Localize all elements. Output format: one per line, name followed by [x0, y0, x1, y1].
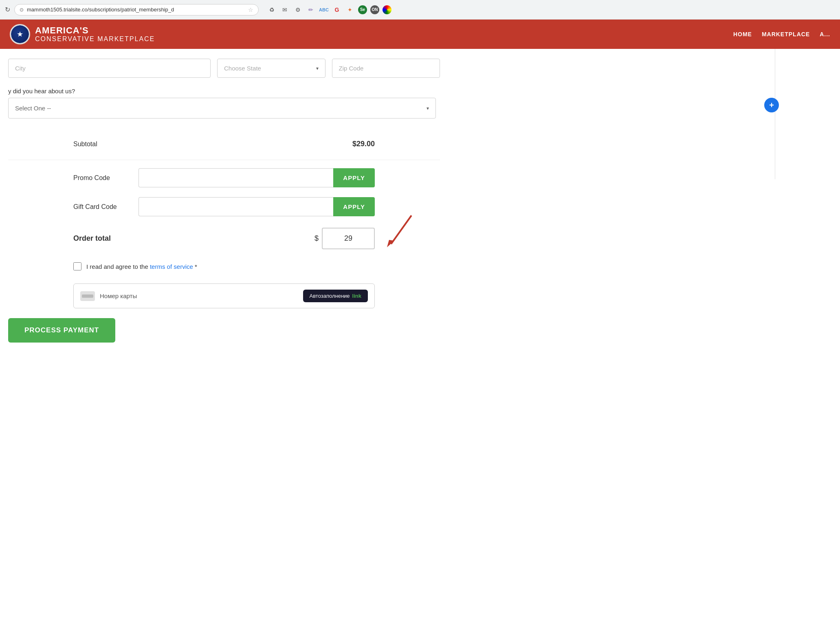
terms-checkbox[interactable] — [73, 262, 81, 270]
zip-input[interactable] — [332, 59, 440, 78]
main-content: + Choose State ▾ y did you hear about us… — [0, 49, 840, 362]
svg-marker-1 — [387, 240, 394, 247]
site-title-sub: CONSERVATIVE MARKETPLACE — [35, 35, 155, 43]
divider-1 — [8, 160, 440, 160]
settings-icon[interactable]: ⚙ — [293, 5, 303, 15]
terms-row: I read and agree to the terms of service… — [73, 256, 375, 277]
state-placeholder: Choose State — [224, 65, 261, 72]
hear-chevron-icon: ▾ — [427, 105, 429, 111]
pencil-ext-icon[interactable]: ✏ — [306, 5, 316, 15]
toggle-ext-icon[interactable]: ON — [370, 5, 379, 14]
terms-link[interactable]: terms of service — [150, 263, 193, 270]
recycle-icon[interactable]: ♻ — [267, 5, 277, 15]
security-icon: ⊙ — [20, 7, 24, 13]
card-field-wrap[interactable]: Номер карты Автозаполнение link — [73, 283, 375, 308]
terms-text: I read and agree to the terms of service… — [86, 263, 197, 270]
gift-card-label: Gift Card Code — [73, 203, 139, 211]
terms-asterisk: * — [195, 263, 197, 270]
hear-label: y did you hear about us? — [8, 88, 440, 94]
browser-toolbar: ♻ ✉ ⚙ ✏ ABC G ✦ Se ON — [267, 5, 391, 15]
order-summary: Subtotal $29.00 Promo Code APPLY Gift Ca… — [0, 132, 448, 308]
nav-links: HOME MARKETPLACE A... — [733, 31, 830, 37]
refresh-icon[interactable]: ↻ — [5, 6, 10, 13]
card-stripe — [82, 294, 93, 298]
address-bar[interactable]: ⊙ ☆ — [14, 4, 259, 15]
logo-circle: ★ — [10, 24, 30, 44]
form-section: Choose State ▾ y did you hear about us? … — [0, 49, 448, 362]
card-icon — [80, 291, 95, 301]
chevron-down-icon: ▾ — [316, 66, 319, 71]
city-input[interactable] — [8, 59, 211, 78]
terms-prefix: I read and agree to the — [86, 263, 148, 270]
site-title-main: AMERICA'S — [35, 26, 155, 35]
gift-card-input-wrap: APPLY — [139, 197, 375, 216]
state-select[interactable]: Choose State ▾ — [217, 59, 325, 78]
spellcheck-ext-icon[interactable]: ABC — [319, 5, 329, 15]
browser-chrome: ↻ ⊙ ☆ ♻ ✉ ⚙ ✏ ABC G ✦ Se ON — [0, 0, 840, 20]
grammarly-ext-icon[interactable]: G — [332, 5, 342, 15]
autofill-label: Автозаполнение — [310, 293, 350, 299]
order-total-label: Order total — [73, 234, 139, 243]
promo-input-wrap: APPLY — [139, 168, 375, 187]
blue-plus-button[interactable]: + — [764, 98, 779, 112]
autofill-link[interactable]: link — [352, 293, 361, 299]
dollar-sign: $ — [314, 234, 319, 243]
autofill-button[interactable]: Автозаполнение link — [303, 290, 368, 302]
address-row: Choose State ▾ — [0, 59, 448, 78]
site-title: AMERICA'S CONSERVATIVE MARKETPLACE — [35, 26, 155, 43]
hear-placeholder: Select One -- — [15, 105, 51, 112]
promo-input[interactable] — [139, 168, 333, 187]
nav-home[interactable]: HOME — [733, 31, 752, 37]
svg-line-0 — [391, 215, 411, 244]
card-left: Номер карты — [80, 291, 137, 301]
logo-inner: ★ — [11, 25, 29, 43]
hear-section: y did you hear about us? Select One -- ▾ — [0, 88, 448, 119]
right-panel — [775, 49, 840, 179]
card-placeholder-text[interactable]: Номер карты — [100, 292, 137, 299]
order-total-right: $ — [314, 228, 375, 249]
promo-row: Promo Code APPLY — [73, 163, 375, 192]
logo-star-icon: ★ — [17, 30, 23, 39]
gift-card-row: Gift Card Code APPLY — [73, 192, 375, 221]
hear-select[interactable]: Select One -- ▾ — [8, 98, 436, 119]
site-header: ★ AMERICA'S CONSERVATIVE MARKETPLACE HOM… — [0, 20, 840, 49]
url-input[interactable] — [27, 7, 245, 13]
subtotal-label: Subtotal — [73, 141, 97, 148]
subtotal-row: Subtotal $29.00 — [73, 132, 375, 156]
selenium-ext-icon[interactable]: Se — [358, 5, 367, 14]
bookmark-icon[interactable]: ☆ — [248, 7, 253, 13]
nav-more[interactable]: A... — [820, 31, 830, 37]
mail-icon[interactable]: ✉ — [280, 5, 290, 15]
nav-marketplace[interactable]: MARKETPLACE — [762, 31, 810, 37]
promo-label: Promo Code — [73, 174, 139, 182]
order-total-row: Order total $ — [73, 221, 375, 256]
logo-area: ★ AMERICA'S CONSERVATIVE MARKETPLACE — [10, 24, 155, 44]
process-payment-button[interactable]: PROCESS PAYMENT — [8, 318, 115, 343]
colorful-ext-icon[interactable] — [383, 5, 391, 14]
promo-apply-button[interactable]: APPLY — [333, 168, 375, 187]
ai-ext-icon[interactable]: ✦ — [345, 5, 355, 15]
order-total-input[interactable] — [322, 228, 375, 249]
subtotal-value: $29.00 — [352, 140, 375, 148]
gift-card-apply-button[interactable]: APPLY — [333, 197, 375, 216]
gift-card-input[interactable] — [139, 197, 333, 216]
